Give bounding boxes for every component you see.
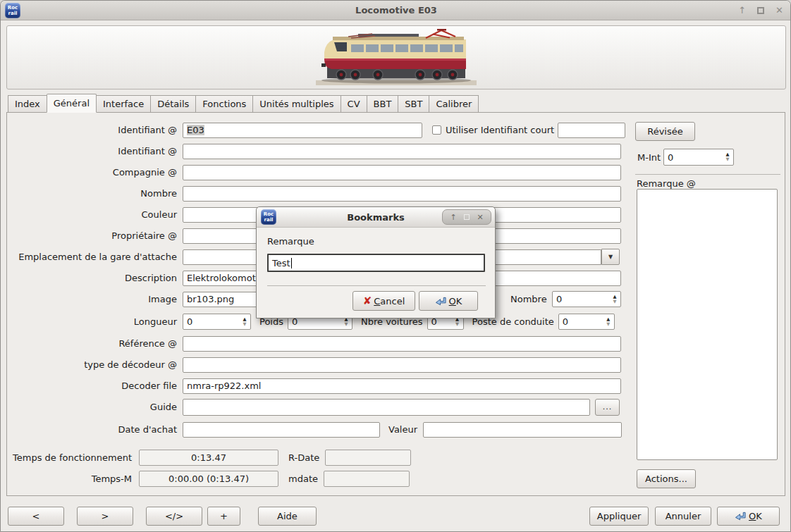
temps-m-field: 0:00.00 (0:13.47) <box>139 471 278 487</box>
ok-arrow-icon <box>435 296 447 307</box>
compagnie-label: Compagnie @ <box>6 167 177 178</box>
actions-button[interactable]: Actions... <box>637 469 696 488</box>
next-button[interactable]: > <box>77 507 133 526</box>
dialog-divider <box>267 285 486 286</box>
shade-icon[interactable]: ↑ <box>450 213 456 222</box>
tab-label: Détails <box>157 99 189 109</box>
poste-conduite-spinner[interactable]: 0 ▲▼ <box>558 314 615 330</box>
image-label: Image <box>6 294 177 304</box>
xml-code-button[interactable]: </> <box>146 507 202 526</box>
tab-index[interactable]: Index <box>8 95 47 113</box>
maximize-icon[interactable] <box>757 7 764 14</box>
description-value: Elektrolokomot <box>187 273 256 283</box>
short-id-input[interactable] <box>558 123 625 138</box>
r-date-field <box>325 450 411 466</box>
dialog-ok-button[interactable]: OK <box>419 291 478 311</box>
right-panel-divider <box>635 174 780 175</box>
guide-input[interactable] <box>183 399 590 416</box>
aide-label: Aide <box>277 511 298 521</box>
decoder-file-input[interactable]: nmra-rp922.xml <box>183 378 621 394</box>
nombre-count-value: 0 <box>556 294 562 304</box>
tab-bbt[interactable]: BBT <box>367 95 399 113</box>
add-button[interactable]: + <box>207 507 240 526</box>
tab-label: Calibrer <box>436 99 472 109</box>
longueur-label: Longueur <box>6 316 177 327</box>
titlebar[interactable]: Roc rail Locomotive E03 ↑ ✕ <box>1 1 791 20</box>
annuler-label: Annuler <box>666 511 701 521</box>
dialog-cancel-button[interactable]: ✘ Cancel <box>352 291 415 311</box>
guide-label: Guide <box>6 402 177 412</box>
spin-down-icon[interactable]: ▼ <box>606 322 610 327</box>
date-achat-input[interactable] <box>183 422 380 438</box>
aide-button[interactable]: Aide <box>258 507 317 526</box>
tab-unites-multiples[interactable]: Unités multiples <box>252 95 341 113</box>
tab-cv[interactable]: CV <box>341 95 367 113</box>
temps-fonctionnement-label: Temps de fonctionnement <box>6 452 132 463</box>
compagnie-input[interactable] <box>183 165 621 180</box>
dialog-remarque-value: Test <box>272 258 290 268</box>
short-id-checkbox[interactable] <box>432 125 441 135</box>
spin-down-icon[interactable]: ▼ <box>243 322 247 327</box>
close-icon[interactable]: ✕ <box>477 213 483 222</box>
spin-down-icon[interactable]: ▼ <box>344 322 348 327</box>
decoder-file-label: Decoder file <box>6 381 177 391</box>
nombre-count-label: Nombre <box>510 294 547 304</box>
tab-details[interactable]: Détails <box>150 95 196 113</box>
prev-button[interactable]: < <box>8 507 64 526</box>
identifiant-input[interactable]: E03 <box>183 123 422 138</box>
bookmarks-dialog-titlebar[interactable]: Roc rail Bookmarks ↑ ✕ <box>257 207 495 228</box>
dialog-window-controls: ↑ ✕ <box>442 209 491 225</box>
reference-input[interactable] <box>183 336 621 352</box>
guide-browse-button[interactable]: ... <box>595 399 620 416</box>
dialog-remarque-label: Remarque <box>267 236 314 247</box>
decoder-file-value: nmra-rp922.xml <box>187 381 261 391</box>
short-id-label: Utiliser Identifiant court <box>446 125 554 135</box>
tab-label: Fonctions <box>202 99 246 109</box>
gare-dropdown-button[interactable]: ▼ <box>601 249 620 265</box>
nombre-label: Nombre <box>6 188 177 199</box>
nombre-count-spinner[interactable]: 0 ▲▼ <box>552 291 621 307</box>
tab-general[interactable]: Général <box>47 94 97 113</box>
spin-down-icon[interactable]: ▼ <box>455 322 459 327</box>
remarque-panel-label: Remarque @ <box>637 178 696 189</box>
spin-down-icon[interactable]: ▼ <box>726 157 730 162</box>
tab-fonctions[interactable]: Fonctions <box>195 95 253 113</box>
longueur-spinner[interactable]: 0 ▲▼ <box>183 314 251 330</box>
nombre-input[interactable] <box>183 186 621 202</box>
r-date-label: R-Date <box>288 452 319 463</box>
tab-calibrer[interactable]: Calibrer <box>429 95 479 113</box>
ok-button[interactable]: OK <box>717 507 780 526</box>
tab-label: SBT <box>405 99 422 109</box>
tab-label: BBT <box>374 99 392 109</box>
locomotive-image <box>316 28 477 87</box>
identifiant2-label: Identifiant @ <box>6 146 177 156</box>
remarque-textarea[interactable] <box>637 189 778 460</box>
tab-label: Index <box>15 99 40 109</box>
mint-spinner[interactable]: 0 ▲▼ <box>663 149 734 166</box>
image-value: br103.png <box>187 294 234 304</box>
maximize-icon[interactable] <box>464 214 470 220</box>
tab-label: Général <box>54 98 90 109</box>
date-achat-label: Date d'achat <box>6 424 177 435</box>
valeur-input[interactable] <box>423 422 622 438</box>
add-label: + <box>220 511 228 521</box>
shade-icon[interactable]: ↑ <box>738 6 746 16</box>
xml-code-label: </> <box>165 511 183 521</box>
identifiant2-input[interactable] <box>183 144 621 159</box>
dialog-ok-label: OK <box>449 296 462 307</box>
close-icon[interactable]: ✕ <box>775 6 783 16</box>
spin-down-icon[interactable]: ▼ <box>613 299 617 304</box>
tab-sbt[interactable]: SBT <box>398 95 429 113</box>
tab-label: Unités multiples <box>259 99 333 109</box>
revisee-button[interactable]: Révisée <box>635 122 695 141</box>
prev-label: < <box>32 511 40 521</box>
dialog-remarque-input[interactable]: Test <box>267 254 485 272</box>
text-caret <box>291 258 292 268</box>
type-decodeur-input[interactable] <box>183 357 621 373</box>
annuler-button[interactable]: Annuler <box>655 507 711 526</box>
tab-interface[interactable]: Interface <box>96 95 151 113</box>
revisee-label: Révisée <box>647 126 683 137</box>
appliquer-button[interactable]: Appliquer <box>589 507 649 526</box>
longueur-value: 0 <box>187 316 192 327</box>
actions-label: Actions... <box>645 474 687 484</box>
